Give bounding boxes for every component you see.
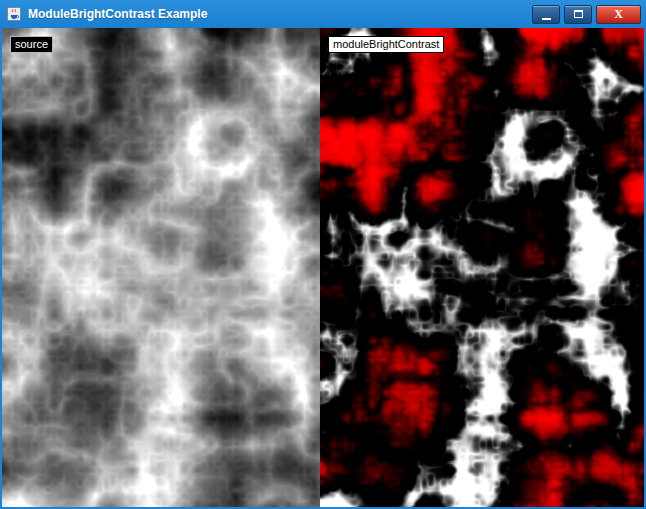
result-image	[320, 28, 644, 507]
close-icon: X	[614, 8, 623, 20]
minimize-icon	[542, 18, 551, 20]
source-panel: source	[2, 28, 320, 507]
maximize-icon	[574, 10, 583, 18]
app-window: ModuleBrightContrast Example X source mo…	[0, 0, 646, 509]
window-title: ModuleBrightContrast Example	[28, 7, 532, 21]
source-image	[2, 28, 320, 507]
result-image-label: moduleBrightContrast	[328, 36, 444, 53]
source-image-label: source	[10, 36, 53, 53]
window-controls: X	[532, 5, 641, 24]
close-button[interactable]: X	[596, 5, 641, 24]
result-panel: moduleBrightContrast	[320, 28, 644, 507]
image-viewport: source moduleBrightContrast	[2, 28, 644, 507]
maximize-button[interactable]	[564, 5, 592, 24]
minimize-button[interactable]	[532, 5, 560, 24]
title-bar[interactable]: ModuleBrightContrast Example X	[0, 0, 646, 28]
java-app-icon[interactable]	[6, 6, 22, 22]
